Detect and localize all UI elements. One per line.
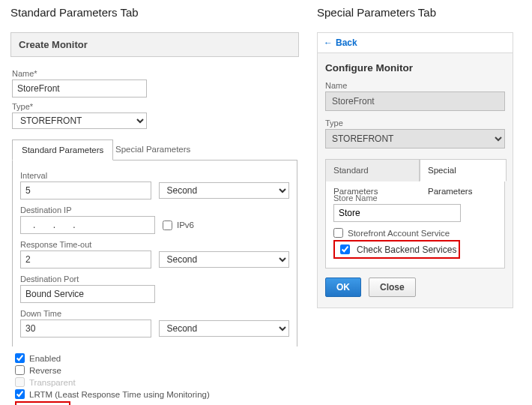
check-backend-checkbox[interactable] xyxy=(340,244,350,254)
r-name-label: Name xyxy=(325,81,505,90)
r-name-input xyxy=(325,92,505,111)
r-type-label: Type xyxy=(325,118,505,128)
ipv6-checkbox[interactable] xyxy=(163,220,172,230)
r-tab-standard-parameters[interactable]: Standard Parameters xyxy=(325,159,420,182)
destport-input[interactable] xyxy=(20,285,155,303)
enabled-checkbox[interactable] xyxy=(15,353,25,363)
timeout-input[interactable] xyxy=(20,250,151,268)
r-tab-special-parameters[interactable]: Special Parameters xyxy=(420,159,507,182)
name-input[interactable] xyxy=(12,80,147,98)
r-type-select[interactable]: STOREFRONT xyxy=(325,129,505,148)
secure-highlight: Secure xyxy=(15,401,70,405)
sf-account-service-checkbox[interactable] xyxy=(333,228,343,238)
ok-button[interactable]: OK xyxy=(325,278,361,297)
ipv6-label: IPv6 xyxy=(177,220,194,230)
lrtm-checkbox[interactable] xyxy=(15,389,25,399)
downtime-label: Down Time xyxy=(20,309,289,318)
reverse-checkbox[interactable] xyxy=(15,365,25,375)
interval-input[interactable] xyxy=(20,182,151,200)
destip-input[interactable] xyxy=(20,216,155,234)
standard-params-body: Interval Second Destination IP IPv6 Resp… xyxy=(12,160,297,346)
type-select[interactable]: STOREFRONT xyxy=(12,112,147,129)
back-button[interactable]: ← Back xyxy=(317,32,513,53)
name-label: Name* xyxy=(12,69,297,78)
enabled-label: Enabled xyxy=(29,354,61,363)
timeout-label: Response Time-out xyxy=(20,240,289,249)
back-label: Back xyxy=(336,38,357,48)
tab-standard-parameters[interactable]: Standard Parameters xyxy=(12,140,113,160)
transparent-checkbox xyxy=(15,377,25,387)
tab-special-parameters[interactable]: Special Parameters xyxy=(106,140,199,160)
downtime-unit-select[interactable]: Second xyxy=(159,320,290,337)
downtime-input[interactable] xyxy=(20,320,151,338)
transparent-label: Transparent xyxy=(29,378,76,387)
right-section-title: Special Parameters Tab xyxy=(317,6,513,19)
create-monitor-title: Create Monitor xyxy=(10,32,299,57)
check-backend-highlight: Check Backend Services xyxy=(333,240,460,259)
lrtm-label: LRTM (Least Response Time using Monitori… xyxy=(29,390,210,399)
type-label: Type* xyxy=(12,102,297,111)
check-backend-label: Check Backend Services xyxy=(357,244,456,255)
store-name-input[interactable] xyxy=(333,204,461,222)
timeout-unit-select[interactable]: Second xyxy=(159,251,290,268)
destport-label: Destination Port xyxy=(20,274,289,284)
back-arrow-icon: ← xyxy=(324,38,333,48)
reverse-label: Reverse xyxy=(29,366,61,375)
destip-label: Destination IP xyxy=(20,206,289,214)
interval-unit-select[interactable]: Second xyxy=(159,182,290,199)
configure-monitor-title: Configure Monitor xyxy=(325,62,505,74)
interval-label: Interval xyxy=(20,171,289,180)
close-button[interactable]: Close xyxy=(369,278,416,297)
left-section-title: Standard Parameters Tab xyxy=(10,6,299,19)
sf-account-service-label: Storefront Account Service xyxy=(348,229,450,238)
